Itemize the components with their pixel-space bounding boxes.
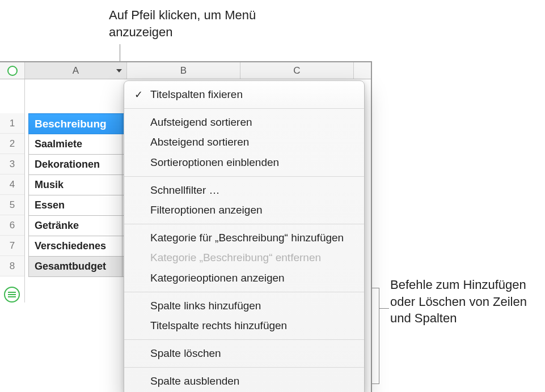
callout-bracket: [371, 288, 379, 384]
column-label: C: [293, 65, 300, 76]
cell[interactable]: Essen: [29, 195, 122, 216]
add-row-button[interactable]: [4, 287, 20, 302]
cell[interactable]: Getränke: [29, 216, 122, 236]
header-cell[interactable]: Beschreibung: [29, 114, 122, 134]
menu-item[interactable]: Sortieroptionen einblenden: [124, 152, 364, 173]
row-header[interactable]: 5: [0, 195, 24, 215]
menu-item[interactable]: Schnellfilter …: [124, 180, 364, 201]
menu-item-label: Aufsteigend sortieren: [150, 116, 252, 128]
menu-item[interactable]: Spalte ausblenden: [124, 371, 364, 391]
row-header[interactable]: 2: [0, 134, 24, 154]
menu-item[interactable]: Filteroptionen anzeigen: [124, 200, 364, 220]
cell[interactable]: Verschiedenes: [29, 236, 122, 257]
menu-item-label: Spalte links hinzufügen: [150, 300, 261, 312]
column-headers: A B C: [0, 62, 371, 79]
menu-item: Kategorie „Beschreibung“ entfernen: [124, 248, 364, 268]
column-header-C[interactable]: C: [240, 62, 354, 79]
menu-separator: [124, 176, 364, 177]
row-header[interactable]: 3: [0, 154, 24, 174]
callout-line: [379, 308, 389, 309]
menu-item-label: Titelspalte rechts hinzufügen: [150, 319, 287, 331]
menu-item[interactable]: Aufsteigend sortieren: [124, 112, 364, 133]
menu-item[interactable]: Kategorieoptionen anzeigen: [124, 268, 364, 288]
menu-item-label: Filteroptionen anzeigen: [150, 204, 263, 216]
select-all-corner[interactable]: [0, 62, 25, 79]
menu-separator: [124, 339, 364, 340]
cell[interactable]: Dekorationen: [29, 155, 122, 175]
chevron-down-icon[interactable]: [115, 67, 123, 75]
callout-line: [120, 44, 120, 61]
row-headers: 1 2 3 4 5 6 7 8: [0, 79, 25, 302]
menu-item-label: Schnellfilter …: [150, 184, 220, 196]
menu-item-label: Kategorie „Beschreibung“ entfernen: [150, 252, 321, 263]
menu-item-label: Spalte löschen: [150, 347, 221, 359]
menu-item-label: Kategorie für „Beschreibung“ hinzufügen: [150, 232, 344, 244]
annotation-right: Befehle zum Hinzufügen oder Löschen von …: [390, 276, 538, 327]
row-header[interactable]: 4: [0, 174, 24, 195]
menu-item[interactable]: ✓Titelspalten fixieren: [124, 84, 364, 105]
row-header[interactable]: 6: [0, 215, 24, 236]
menu-item[interactable]: Titelspalte rechts hinzufügen: [124, 316, 364, 336]
row-header[interactable]: 1: [0, 113, 24, 134]
cell[interactable]: Saalmiete: [29, 134, 122, 155]
menu-item-label: Kategorieoptionen anzeigen: [150, 272, 285, 284]
cell[interactable]: Gesamtbudget: [29, 257, 122, 277]
menu-item[interactable]: Spalte löschen: [124, 343, 364, 364]
menu-item-label: Spalte ausblenden: [150, 375, 239, 387]
check-icon: ✓: [134, 88, 143, 101]
menu-item-label: Absteigend sortieren: [150, 136, 249, 148]
menu-item[interactable]: Spalte links hinzufügen: [124, 296, 364, 316]
column-header-B[interactable]: B: [127, 62, 240, 79]
menu-separator: [124, 108, 364, 109]
row-header[interactable]: 7: [0, 236, 24, 256]
menu-item-label: Titelspalten fixieren: [150, 88, 243, 100]
column-label: B: [180, 65, 187, 76]
menu-item[interactable]: Absteigend sortieren: [124, 132, 364, 152]
menu-item[interactable]: Kategorie für „Beschreibung“ hinzufügen: [124, 228, 364, 248]
menu-separator: [124, 367, 364, 368]
annotation-top: Auf Pfeil klicken, um Menü anzuzeigen: [109, 7, 268, 40]
rows-icon: [8, 292, 16, 297]
menu-separator: [124, 224, 364, 224]
cell[interactable]: Musik: [29, 175, 122, 195]
column-label: A: [73, 65, 79, 76]
column-header-A[interactable]: A: [25, 62, 127, 79]
table-handle-icon: [7, 66, 18, 76]
row-header[interactable]: 8: [0, 256, 24, 276]
menu-item-label: Sortieroptionen einblenden: [150, 156, 279, 168]
column-context-menu[interactable]: ✓Titelspalten fixierenAufsteigend sortie…: [124, 80, 365, 392]
menu-separator: [124, 292, 364, 292]
